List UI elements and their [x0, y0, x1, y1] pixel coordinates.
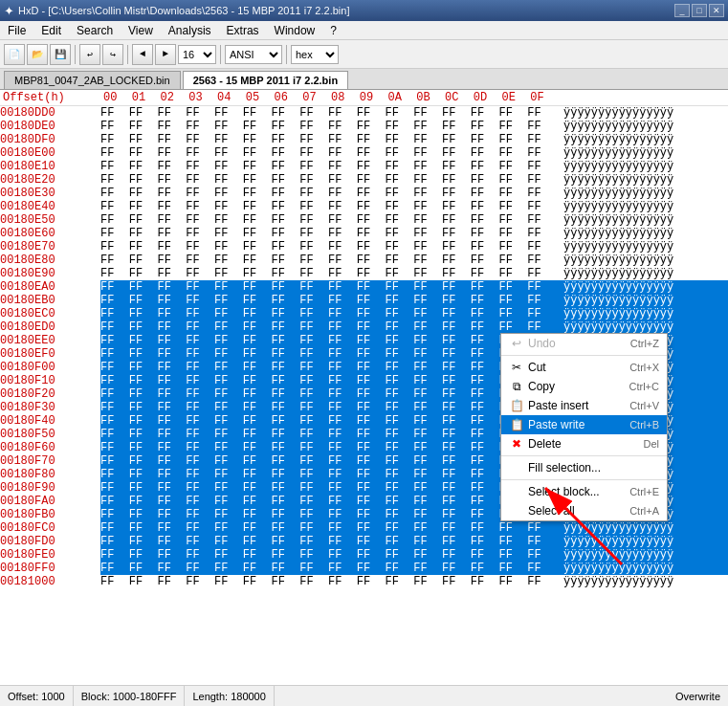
- hex-byte[interactable]: FF: [158, 414, 187, 428]
- hex-byte[interactable]: FF: [357, 521, 386, 535]
- hex-byte[interactable]: FF: [413, 441, 442, 454]
- hex-byte[interactable]: FF: [357, 495, 386, 508]
- hex-byte[interactable]: FF: [328, 454, 357, 468]
- table-row[interactable]: 00180EA0FFFFFFFFFFFFFFFFFFFFFFFFFFFFFFFF…: [0, 280, 728, 294]
- hex-byte[interactable]: FF: [413, 334, 442, 347]
- hex-byte[interactable]: FF: [413, 294, 442, 307]
- hex-byte[interactable]: FF: [357, 120, 386, 133]
- ascii-cell[interactable]: ÿÿÿÿÿÿÿÿÿÿÿÿÿÿÿÿ: [556, 133, 728, 146]
- hex-byte[interactable]: FF: [413, 468, 442, 481]
- hex-byte[interactable]: FF: [100, 401, 129, 414]
- hex-byte[interactable]: FF: [129, 387, 158, 401]
- hex-byte[interactable]: FF: [499, 254, 528, 267]
- ascii-cell[interactable]: ÿÿÿÿÿÿÿÿÿÿÿÿÿÿÿÿ: [556, 187, 728, 200]
- hex-byte[interactable]: FF: [527, 200, 556, 213]
- context-menu-item-select-block[interactable]: Select block...Ctrl+E: [501, 482, 667, 501]
- hex-byte[interactable]: FF: [527, 254, 556, 267]
- hex-byte[interactable]: FF: [214, 213, 243, 227]
- table-row[interactable]: 00180E60FFFFFFFFFFFFFFFFFFFFFFFFFFFFFFFF…: [0, 227, 728, 240]
- hex-byte[interactable]: FF: [129, 468, 158, 481]
- hex-byte[interactable]: FF: [499, 213, 528, 227]
- hex-byte[interactable]: FF: [272, 267, 300, 280]
- hex-byte[interactable]: FF: [413, 401, 442, 414]
- hex-byte[interactable]: FF: [100, 240, 129, 254]
- hex-byte[interactable]: FF: [471, 495, 499, 508]
- hex-byte[interactable]: FF: [100, 146, 129, 160]
- hex-byte[interactable]: FF: [299, 521, 328, 535]
- hex-byte[interactable]: FF: [272, 428, 300, 441]
- hex-byte[interactable]: FF: [299, 428, 328, 441]
- hex-byte[interactable]: FF: [272, 535, 300, 548]
- hex-byte[interactable]: FF: [328, 294, 357, 307]
- hex-byte[interactable]: FF: [186, 320, 214, 334]
- hex-byte[interactable]: FF: [186, 254, 214, 267]
- hex-byte[interactable]: FF: [186, 160, 214, 173]
- hex-byte[interactable]: FF: [272, 254, 300, 267]
- hex-byte[interactable]: FF: [158, 227, 187, 240]
- hex-byte[interactable]: FF: [386, 120, 414, 133]
- hex-byte[interactable]: FF: [386, 280, 414, 294]
- hex-byte[interactable]: FF: [357, 200, 386, 213]
- hex-byte[interactable]: FF: [186, 468, 214, 481]
- close-button[interactable]: ✕: [709, 4, 724, 17]
- hex-byte[interactable]: FF: [186, 428, 214, 441]
- hex-byte[interactable]: FF: [442, 387, 471, 401]
- context-menu-item-cut[interactable]: ✂CutCtrl+X: [501, 358, 667, 377]
- hex-byte[interactable]: FF: [214, 535, 243, 548]
- hex-byte[interactable]: FF: [357, 347, 386, 361]
- hex-byte[interactable]: FF: [129, 254, 158, 267]
- hex-byte[interactable]: FF: [158, 535, 187, 548]
- hex-byte[interactable]: FF: [442, 187, 471, 200]
- hex-byte[interactable]: FF: [471, 106, 499, 121]
- hex-byte[interactable]: FF: [527, 106, 556, 121]
- hex-byte[interactable]: FF: [186, 481, 214, 495]
- hex-byte[interactable]: FF: [299, 294, 328, 307]
- hex-byte[interactable]: FF: [442, 495, 471, 508]
- ascii-cell[interactable]: ÿÿÿÿÿÿÿÿÿÿÿÿÿÿÿÿ: [556, 173, 728, 187]
- hex-byte[interactable]: FF: [272, 548, 300, 562]
- hex-byte[interactable]: FF: [357, 428, 386, 441]
- hex-byte[interactable]: FF: [243, 401, 272, 414]
- hex-byte[interactable]: FF: [386, 213, 414, 227]
- hex-byte[interactable]: FF: [328, 146, 357, 160]
- table-row[interactable]: 00180E30FFFFFFFFFFFFFFFFFFFFFFFFFFFFFFFF…: [0, 187, 728, 200]
- hex-byte[interactable]: FF: [158, 562, 187, 575]
- hex-byte[interactable]: FF: [272, 307, 300, 320]
- hex-byte[interactable]: FF: [100, 254, 129, 267]
- hex-byte[interactable]: FF: [272, 508, 300, 521]
- hex-byte[interactable]: FF: [129, 575, 158, 588]
- hex-byte[interactable]: FF: [299, 562, 328, 575]
- hex-byte[interactable]: FF: [129, 307, 158, 320]
- hex-byte[interactable]: FF: [214, 387, 243, 401]
- hex-byte[interactable]: FF: [129, 481, 158, 495]
- hex-byte[interactable]: FF: [442, 468, 471, 481]
- hex-byte[interactable]: FF: [186, 146, 214, 160]
- hex-byte[interactable]: FF: [357, 562, 386, 575]
- hex-byte[interactable]: FF: [499, 307, 528, 320]
- hex-byte[interactable]: FF: [299, 173, 328, 187]
- hex-byte[interactable]: FF: [243, 347, 272, 361]
- hex-byte[interactable]: FF: [471, 146, 499, 160]
- hex-byte[interactable]: FF: [158, 521, 187, 535]
- hex-byte[interactable]: FF: [272, 160, 300, 173]
- hex-byte[interactable]: FF: [386, 133, 414, 146]
- hex-byte[interactable]: FF: [158, 106, 187, 121]
- hex-byte[interactable]: FF: [299, 347, 328, 361]
- hex-byte[interactable]: FF: [357, 481, 386, 495]
- hex-byte[interactable]: FF: [272, 454, 300, 468]
- hex-byte[interactable]: FF: [100, 280, 129, 294]
- hex-byte[interactable]: FF: [100, 187, 129, 200]
- hex-byte[interactable]: FF: [386, 307, 414, 320]
- hex-byte[interactable]: FF: [243, 200, 272, 213]
- hex-byte[interactable]: FF: [357, 227, 386, 240]
- hex-byte[interactable]: FF: [357, 267, 386, 280]
- hex-byte[interactable]: FF: [299, 106, 328, 121]
- hex-byte[interactable]: FF: [357, 454, 386, 468]
- hex-byte[interactable]: FF: [272, 294, 300, 307]
- hex-byte[interactable]: FF: [214, 173, 243, 187]
- hex-byte[interactable]: FF: [186, 294, 214, 307]
- hex-byte[interactable]: FF: [100, 347, 129, 361]
- hex-byte[interactable]: FF: [386, 334, 414, 347]
- hex-byte[interactable]: FF: [272, 562, 300, 575]
- hex-byte[interactable]: FF: [299, 481, 328, 495]
